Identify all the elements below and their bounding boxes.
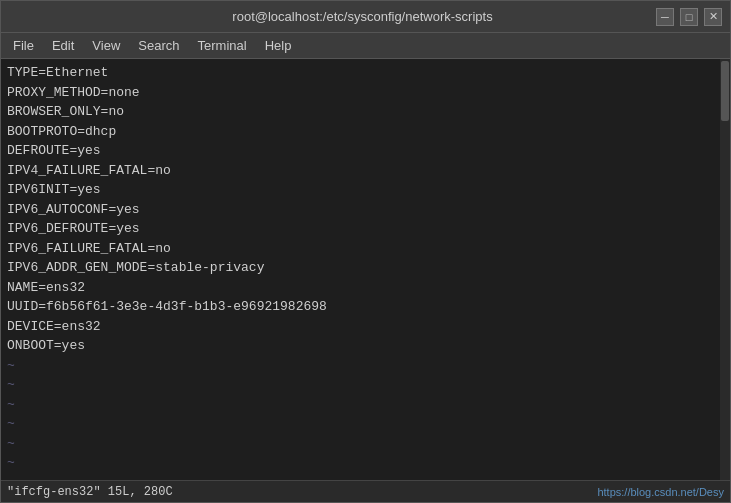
scrollbar-track[interactable] bbox=[720, 59, 730, 480]
menu-item-terminal[interactable]: Terminal bbox=[190, 36, 255, 55]
code-line: ~ bbox=[7, 414, 724, 434]
code-line: NAME=ens32 bbox=[7, 278, 724, 298]
code-line: ~ bbox=[7, 356, 724, 376]
menu-item-search[interactable]: Search bbox=[130, 36, 187, 55]
editor-content[interactable]: TYPE=EthernetPROXY_METHOD=noneBROWSER_ON… bbox=[1, 59, 730, 480]
terminal-window: root@localhost:/etc/sysconfig/network-sc… bbox=[0, 0, 731, 503]
code-line: PROXY_METHOD=none bbox=[7, 83, 724, 103]
code-line: DEVICE=ens32 bbox=[7, 317, 724, 337]
menu-item-file[interactable]: File bbox=[5, 36, 42, 55]
code-line: ~ bbox=[7, 434, 724, 454]
code-line: UUID=f6b56f61-3e3e-4d3f-b1b3-e9692198269… bbox=[7, 297, 724, 317]
code-line: ONBOOT=yes bbox=[7, 336, 724, 356]
editor-area: TYPE=EthernetPROXY_METHOD=noneBROWSER_ON… bbox=[1, 59, 730, 480]
code-line: ~ bbox=[7, 453, 724, 473]
status-file-info: "ifcfg-ens32" 15L, 280C bbox=[7, 485, 173, 499]
menu-item-edit[interactable]: Edit bbox=[44, 36, 82, 55]
maximize-button[interactable]: □ bbox=[680, 8, 698, 26]
code-line: BROWSER_ONLY=no bbox=[7, 102, 724, 122]
menu-item-help[interactable]: Help bbox=[257, 36, 300, 55]
window-title: root@localhost:/etc/sysconfig/network-sc… bbox=[69, 9, 656, 24]
code-line: DEFROUTE=yes bbox=[7, 141, 724, 161]
code-line: IPV6_ADDR_GEN_MODE=stable-privacy bbox=[7, 258, 724, 278]
code-line: IPV6INIT=yes bbox=[7, 180, 724, 200]
code-line: TYPE=Ethernet bbox=[7, 63, 724, 83]
close-button[interactable]: ✕ bbox=[704, 8, 722, 26]
scrollbar-thumb[interactable] bbox=[721, 61, 729, 121]
code-line: IPV6_DEFROUTE=yes bbox=[7, 219, 724, 239]
status-bar: "ifcfg-ens32" 15L, 280C https://blog.csd… bbox=[1, 480, 730, 502]
code-line: IPV4_FAILURE_FATAL=no bbox=[7, 161, 724, 181]
status-url: https://blog.csdn.net/Desy bbox=[597, 486, 724, 498]
title-bar: root@localhost:/etc/sysconfig/network-sc… bbox=[1, 1, 730, 33]
window-controls: ─ □ ✕ bbox=[656, 8, 722, 26]
code-line: ~ bbox=[7, 375, 724, 395]
code-line: IPV6_AUTOCONF=yes bbox=[7, 200, 724, 220]
code-line: ~ bbox=[7, 473, 724, 481]
code-line: IPV6_FAILURE_FATAL=no bbox=[7, 239, 724, 259]
minimize-button[interactable]: ─ bbox=[656, 8, 674, 26]
code-line: ~ bbox=[7, 395, 724, 415]
code-line: BOOTPROTO=dhcp bbox=[7, 122, 724, 142]
menu-bar: FileEditViewSearchTerminalHelp bbox=[1, 33, 730, 59]
menu-item-view[interactable]: View bbox=[84, 36, 128, 55]
